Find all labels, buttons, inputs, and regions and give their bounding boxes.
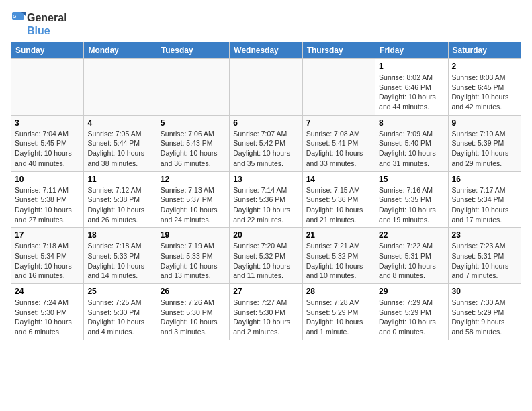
calendar-day-12: 12Sunrise: 7:13 AM Sunset: 5:37 PM Dayli…: [157, 171, 229, 228]
day-info: Sunrise: 7:08 AM Sunset: 5:41 PM Dayligh…: [306, 129, 371, 169]
day-info: Sunrise: 7:15 AM Sunset: 5:36 PM Dayligh…: [306, 185, 371, 225]
day-number: 11: [87, 175, 152, 184]
day-info: Sunrise: 7:20 AM Sunset: 5:32 PM Dayligh…: [233, 241, 298, 281]
day-number: 14: [306, 175, 371, 184]
day-number: 21: [306, 230, 371, 240]
calendar-day-5: 5Sunrise: 7:06 AM Sunset: 5:43 PM Daylig…: [157, 115, 229, 171]
calendar-day-8: 8Sunrise: 7:09 AM Sunset: 5:40 PM Daylig…: [375, 115, 448, 171]
calendar-header-sunday: Sunday: [11, 42, 84, 59]
calendar: SundayMondayTuesdayWednesdayThursdayFrid…: [11, 42, 521, 340]
day-number: 26: [161, 287, 226, 296]
calendar-week-row: 1Sunrise: 8:02 AM Sunset: 6:46 PM Daylig…: [11, 59, 521, 116]
logo-blue: Blue: [27, 26, 67, 36]
day-info: Sunrise: 7:26 AM Sunset: 5:30 PM Dayligh…: [161, 298, 226, 337]
calendar-day-14: 14Sunrise: 7:15 AM Sunset: 5:36 PM Dayli…: [302, 171, 375, 228]
day-number: 28: [306, 287, 371, 296]
day-info: Sunrise: 7:06 AM Sunset: 5:43 PM Dayligh…: [161, 129, 226, 169]
calendar-header-wednesday: Wednesday: [230, 42, 302, 59]
day-number: 6: [233, 118, 298, 128]
day-info: Sunrise: 7:13 AM Sunset: 5:37 PM Dayligh…: [161, 185, 226, 225]
day-number: 2: [452, 62, 517, 71]
calendar-header-tuesday: Tuesday: [157, 42, 229, 59]
day-number: 29: [379, 287, 444, 296]
calendar-day-9: 9Sunrise: 7:10 AM Sunset: 5:39 PM Daylig…: [448, 115, 521, 171]
calendar-week-row: 17Sunrise: 7:18 AM Sunset: 5:34 PM Dayli…: [11, 228, 521, 284]
calendar-day-15: 15Sunrise: 7:16 AM Sunset: 5:35 PM Dayli…: [375, 171, 448, 228]
calendar-day-10: 10Sunrise: 7:11 AM Sunset: 5:38 PM Dayli…: [11, 171, 84, 228]
day-info: Sunrise: 7:23 AM Sunset: 5:31 PM Dayligh…: [452, 241, 517, 281]
day-number: 7: [306, 118, 371, 128]
calendar-week-row: 24Sunrise: 7:24 AM Sunset: 5:30 PM Dayli…: [11, 284, 521, 340]
day-number: 17: [15, 230, 80, 240]
calendar-day-13: 13Sunrise: 7:14 AM Sunset: 5:36 PM Dayli…: [230, 171, 302, 228]
day-info: Sunrise: 7:07 AM Sunset: 5:42 PM Dayligh…: [233, 129, 298, 169]
calendar-day-18: 18Sunrise: 7:18 AM Sunset: 5:33 PM Dayli…: [84, 228, 157, 284]
day-number: 1: [379, 62, 444, 71]
calendar-header-row: SundayMondayTuesdayWednesdayThursdayFrid…: [11, 42, 521, 59]
day-number: 8: [379, 118, 444, 128]
calendar-week-row: 3Sunrise: 7:04 AM Sunset: 5:45 PM Daylig…: [11, 115, 521, 171]
calendar-day-24: 24Sunrise: 7:24 AM Sunset: 5:30 PM Dayli…: [11, 284, 84, 340]
day-info: Sunrise: 7:11 AM Sunset: 5:38 PM Dayligh…: [15, 185, 80, 225]
day-number: 20: [233, 230, 298, 240]
day-number: 9: [452, 118, 517, 128]
day-number: 16: [452, 175, 517, 184]
day-info: Sunrise: 7:29 AM Sunset: 5:29 PM Dayligh…: [379, 298, 444, 337]
day-number: 4: [87, 118, 152, 128]
logo-general: General: [27, 13, 67, 24]
day-info: Sunrise: 7:04 AM Sunset: 5:45 PM Dayligh…: [15, 129, 80, 169]
day-info: Sunrise: 7:28 AM Sunset: 5:29 PM Dayligh…: [306, 298, 371, 337]
day-number: 19: [161, 230, 226, 240]
day-info: Sunrise: 7:17 AM Sunset: 5:34 PM Dayligh…: [452, 185, 517, 225]
logo: G General Blue: [11, 11, 67, 36]
calendar-day-26: 26Sunrise: 7:26 AM Sunset: 5:30 PM Dayli…: [157, 284, 229, 340]
calendar-day-19: 19Sunrise: 7:19 AM Sunset: 5:33 PM Dayli…: [157, 228, 229, 284]
day-number: 27: [233, 287, 298, 296]
calendar-header-monday: Monday: [84, 42, 157, 59]
day-info: Sunrise: 7:18 AM Sunset: 5:33 PM Dayligh…: [87, 241, 152, 281]
day-info: Sunrise: 8:03 AM Sunset: 6:45 PM Dayligh…: [452, 73, 517, 112]
calendar-day-11: 11Sunrise: 7:12 AM Sunset: 5:38 PM Dayli…: [84, 171, 157, 228]
day-info: Sunrise: 7:10 AM Sunset: 5:39 PM Dayligh…: [452, 129, 517, 169]
calendar-day-empty: [157, 59, 229, 116]
day-number: 13: [233, 175, 298, 184]
calendar-day-30: 30Sunrise: 7:30 AM Sunset: 5:29 PM Dayli…: [448, 284, 521, 340]
day-info: Sunrise: 7:16 AM Sunset: 5:35 PM Dayligh…: [379, 185, 444, 225]
calendar-day-4: 4Sunrise: 7:05 AM Sunset: 5:44 PM Daylig…: [84, 115, 157, 171]
day-info: Sunrise: 7:14 AM Sunset: 5:36 PM Dayligh…: [233, 185, 298, 225]
day-number: 24: [15, 287, 80, 296]
calendar-day-1: 1Sunrise: 8:02 AM Sunset: 6:46 PM Daylig…: [375, 59, 448, 116]
calendar-day-empty: [302, 59, 375, 116]
calendar-day-23: 23Sunrise: 7:23 AM Sunset: 5:31 PM Dayli…: [448, 228, 521, 284]
day-number: 23: [452, 230, 517, 240]
calendar-day-empty: [11, 59, 84, 116]
day-info: Sunrise: 7:21 AM Sunset: 5:32 PM Dayligh…: [306, 241, 371, 281]
day-info: Sunrise: 7:09 AM Sunset: 5:40 PM Dayligh…: [379, 129, 444, 169]
calendar-day-20: 20Sunrise: 7:20 AM Sunset: 5:32 PM Dayli…: [230, 228, 302, 284]
day-info: Sunrise: 7:05 AM Sunset: 5:44 PM Dayligh…: [87, 129, 152, 169]
calendar-header-saturday: Saturday: [448, 42, 521, 59]
calendar-day-empty: [84, 59, 157, 116]
day-info: Sunrise: 7:12 AM Sunset: 5:38 PM Dayligh…: [87, 185, 152, 225]
day-info: Sunrise: 7:18 AM Sunset: 5:34 PM Dayligh…: [15, 241, 80, 281]
calendar-day-28: 28Sunrise: 7:28 AM Sunset: 5:29 PM Dayli…: [302, 284, 375, 340]
day-number: 15: [379, 175, 444, 184]
calendar-day-6: 6Sunrise: 7:07 AM Sunset: 5:42 PM Daylig…: [230, 115, 302, 171]
day-info: Sunrise: 8:02 AM Sunset: 6:46 PM Dayligh…: [379, 73, 444, 112]
calendar-day-2: 2Sunrise: 8:03 AM Sunset: 6:45 PM Daylig…: [448, 59, 521, 116]
calendar-day-29: 29Sunrise: 7:29 AM Sunset: 5:29 PM Dayli…: [375, 284, 448, 340]
day-info: Sunrise: 7:19 AM Sunset: 5:33 PM Dayligh…: [161, 241, 226, 281]
calendar-week-row: 10Sunrise: 7:11 AM Sunset: 5:38 PM Dayli…: [11, 171, 521, 228]
day-number: 10: [15, 175, 80, 184]
day-info: Sunrise: 7:24 AM Sunset: 5:30 PM Dayligh…: [15, 298, 80, 337]
calendar-day-27: 27Sunrise: 7:27 AM Sunset: 5:30 PM Dayli…: [230, 284, 302, 340]
day-number: 18: [87, 230, 152, 240]
calendar-day-3: 3Sunrise: 7:04 AM Sunset: 5:45 PM Daylig…: [11, 115, 84, 171]
calendar-day-7: 7Sunrise: 7:08 AM Sunset: 5:41 PM Daylig…: [302, 115, 375, 171]
calendar-header-friday: Friday: [375, 42, 448, 59]
day-number: 5: [161, 118, 226, 128]
day-number: 3: [15, 118, 80, 128]
day-info: Sunrise: 7:25 AM Sunset: 5:30 PM Dayligh…: [87, 298, 152, 337]
header: G General Blue: [11, 11, 521, 36]
day-info: Sunrise: 7:30 AM Sunset: 5:29 PM Dayligh…: [452, 298, 517, 337]
